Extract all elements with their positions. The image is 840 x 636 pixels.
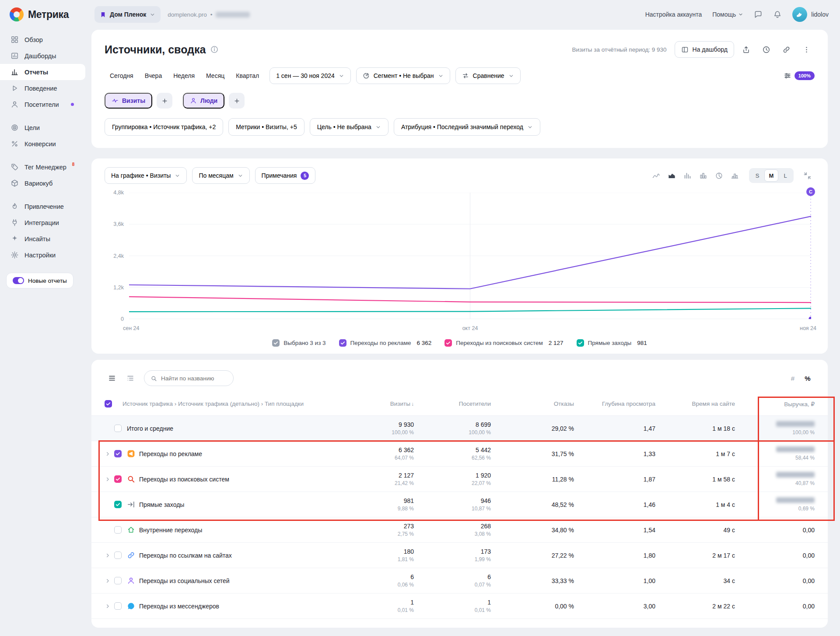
period-tab-month[interactable]: Месяц	[201, 68, 230, 83]
chart-type-chart-hist[interactable]	[727, 168, 742, 183]
table-row-search-engines[interactable]: Переходы из поисковых систем2 12721,42 %…	[91, 467, 828, 492]
comparison-filter[interactable]: Сравнение	[455, 67, 521, 84]
sidebar-item-overview[interactable]: Обзор	[0, 32, 85, 48]
visits-column-header[interactable]: Визиты↓	[344, 401, 414, 407]
sidebar-item-conversions[interactable]: Конверсии	[0, 136, 85, 152]
period-tab-week[interactable]: Неделя	[168, 68, 200, 83]
row-checkbox[interactable]	[114, 577, 122, 584]
counter-selector[interactable]: Дом Пленок	[94, 6, 161, 23]
granularity-selector[interactable]: По месяцам	[192, 167, 249, 184]
table-search[interactable]	[144, 370, 234, 386]
row-label[interactable]: Переходы по рекламе	[139, 450, 202, 457]
flat-list-view-button[interactable]	[105, 371, 119, 386]
row-label[interactable]: Переходы по ссылкам на сайтах	[139, 552, 232, 559]
row-label[interactable]: Переходы из социальных сетей	[139, 577, 230, 584]
table-row-social[interactable]: Переходы из социальных сетей60,06 %60,07…	[91, 568, 828, 594]
bounce-column-header[interactable]: Отказы	[491, 401, 574, 407]
metrics-chip[interactable]: Метрики • Визиты, +5	[228, 118, 304, 136]
sidebar-item-behavior[interactable]: Поведение	[0, 80, 85, 96]
row-checkbox[interactable]	[114, 602, 122, 610]
sidebar-item-tag-manager[interactable]: Тег Менеджер8	[0, 159, 85, 175]
format-percents-button[interactable]: %	[801, 371, 815, 385]
chart-type-chart-stacked[interactable]	[696, 168, 710, 183]
chart-type-chart-area[interactable]	[664, 168, 679, 183]
table-row-internal[interactable]: Внутренние переходы2732,75 %2683,08 %34,…	[91, 517, 828, 543]
row-checkbox[interactable]	[114, 425, 122, 432]
sidebar-item-goals[interactable]: Цели	[0, 119, 85, 136]
feedback-chat-icon[interactable]	[754, 10, 763, 19]
chart-note-marker[interactable]: C	[806, 187, 815, 196]
sidebar-item-insights[interactable]: Инсайты	[0, 231, 85, 247]
notifications-bell-icon[interactable]	[773, 10, 782, 19]
chart-size-l[interactable]: L	[778, 169, 792, 182]
chart-size-m[interactable]: M	[764, 169, 778, 182]
add-people-metric-button[interactable]	[229, 93, 245, 109]
on-chart-selector[interactable]: На графике • Визиты	[105, 167, 187, 184]
depth-column-header[interactable]: Глубина просмотра	[574, 401, 655, 407]
row-checkbox[interactable]	[114, 552, 122, 559]
legend-item-2[interactable]: Прямые заходы981	[577, 339, 647, 347]
user-menu[interactable]: lidolov	[792, 7, 829, 22]
period-tab-today[interactable]: Сегодня	[105, 68, 139, 83]
account-settings-link[interactable]: Настройка аккаунта	[645, 11, 702, 18]
sidebar-item-integrations[interactable]: Интеграции	[0, 214, 85, 231]
attribution-chip[interactable]: Атрибуция • Последний значимый переход	[394, 118, 540, 136]
row-label[interactable]: Переходы из мессенджеров	[139, 603, 219, 610]
sampling-control[interactable]: 100%	[784, 71, 815, 80]
add-visits-metric-button[interactable]	[157, 93, 172, 109]
row-expand-chevron[interactable]	[105, 476, 114, 482]
table-row-ads[interactable]: Переходы по рекламе6 36264,07 %5 44262,5…	[91, 441, 828, 467]
table-row-direct[interactable]: Прямые заходы9819,88 %94610,87 %48,52 %1…	[91, 492, 828, 517]
legend-select-all[interactable]: Выбрано 3 из 3	[272, 339, 326, 347]
row-expand-chevron[interactable]	[105, 578, 114, 584]
row-label[interactable]: Внутренние переходы	[139, 527, 202, 534]
goal-chip[interactable]: Цель • Не выбрана	[310, 118, 388, 136]
table-row-site-links[interactable]: Переходы по ссылкам на сайтах1801,81 %17…	[91, 543, 828, 568]
table-row-messengers[interactable]: Переходы из мессенджеров10,01 %10,01 %0,…	[91, 594, 828, 619]
chart-type-chart-pie[interactable]	[711, 168, 726, 183]
chart-size-s[interactable]: S	[750, 169, 764, 182]
new-reports-toggle[interactable]: Новые отчеты	[6, 273, 74, 288]
info-icon[interactable]	[210, 45, 219, 54]
row-label[interactable]: Переходы из поисковых систем	[139, 476, 229, 483]
metric-chip-visits[interactable]: Визиты	[105, 93, 152, 109]
export-share-button[interactable]	[738, 41, 754, 58]
collapse-chart-button[interactable]	[800, 168, 815, 183]
metrika-logo[interactable]: Метрика	[10, 7, 88, 21]
metric-chip-people[interactable]: Люди	[183, 93, 224, 109]
notes-button[interactable]: Примечания 5	[255, 167, 316, 184]
sidebar-item-reports[interactable]: Отчеты	[0, 64, 85, 80]
row-checkbox[interactable]	[114, 526, 122, 534]
revenue-column-header[interactable]: Выручка, ₽	[735, 401, 815, 408]
period-tab-quarter[interactable]: Квартал	[231, 68, 264, 83]
grouping-chip[interactable]: Группировка • Источник трафика, +2	[105, 118, 223, 136]
search-input[interactable]	[161, 375, 227, 382]
dimension-header[interactable]: Источник трафика › Источник трафика (дет…	[122, 401, 304, 407]
sidebar-item-acquisition[interactable]: Привлечение	[0, 198, 85, 214]
time-column-header[interactable]: Время на сайте	[655, 401, 735, 407]
select-all-checkbox[interactable]	[105, 400, 112, 408]
date-range-picker[interactable]: 1 сен — 30 ноя 2024	[270, 67, 351, 84]
add-to-dashboard-button[interactable]: На дашборд	[675, 41, 734, 58]
sidebar-item-variocube[interactable]: Вариокуб	[0, 175, 85, 191]
tree-view-button[interactable]	[123, 371, 138, 386]
copy-link-button[interactable]	[778, 41, 794, 58]
legend-item-0[interactable]: Переходы по рекламе6 362	[339, 339, 432, 347]
period-tab-yesterday[interactable]: Вчера	[140, 68, 168, 83]
row-checkbox[interactable]	[114, 475, 122, 483]
row-expand-chevron[interactable]	[105, 552, 114, 559]
chart-type-chart-wave[interactable]	[648, 168, 663, 183]
traffic-sources-line-chart[interactable]	[129, 193, 811, 319]
row-expand-chevron[interactable]	[105, 603, 114, 609]
sidebar-item-settings[interactable]: Настройки	[0, 247, 85, 263]
help-link[interactable]: Помощь	[712, 11, 743, 18]
more-actions-button[interactable]	[798, 41, 815, 58]
chart-type-chart-bars[interactable]	[680, 168, 695, 183]
legend-item-1[interactable]: Переходы из поисковых систем2 127	[444, 339, 563, 347]
segment-filter[interactable]: Сегмент • Не выбран	[356, 67, 450, 84]
sidebar-item-visitors[interactable]: Посетители	[0, 96, 85, 112]
table-row-totals[interactable]: Итого и средние9 930100,00 %8 699100,00 …	[91, 416, 828, 441]
visitors-column-header[interactable]: Посетители	[414, 401, 491, 407]
sidebar-item-dashboards[interactable]: Дашборды	[0, 48, 85, 64]
format-numbers-button[interactable]: #	[786, 371, 800, 385]
